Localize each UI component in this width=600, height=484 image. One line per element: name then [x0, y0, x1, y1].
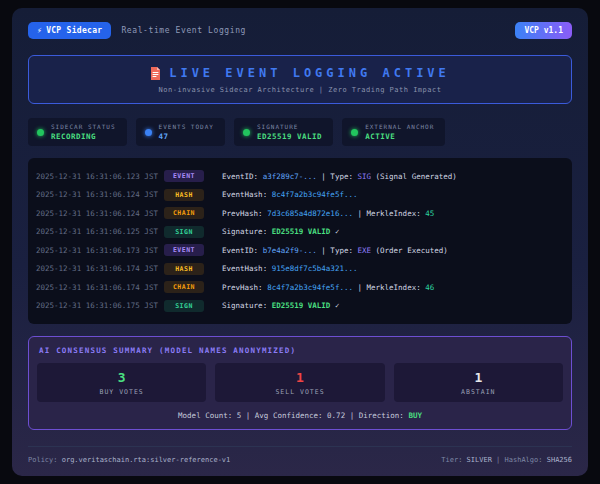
log-timestamp: 2025-12-31 16:31:06.175 JST	[36, 301, 164, 310]
log-row: 2025-12-31 16:31:06.174 JST HASH EventHa…	[36, 260, 564, 279]
log-label: EventID:	[222, 246, 263, 255]
version-badge: VCP v1.1	[515, 22, 572, 39]
merkle-index: 46	[425, 283, 434, 292]
log-label: EventHash:	[222, 190, 272, 199]
log-badge-sign: SIGN	[164, 226, 204, 238]
buy-votes-value: 3	[37, 370, 206, 385]
event-id: b7e4a2f9-...	[263, 246, 317, 255]
chip-label: EXTERNAL ANCHOR	[365, 123, 434, 130]
check-icon: ✓	[330, 227, 339, 236]
log-message: PrevHash: 7d3c685a4d872e16... | MerkleIn…	[222, 209, 434, 218]
log-timestamp: 2025-12-31 16:31:06.124 JST	[36, 209, 164, 218]
main-panel: ⚡ VCP Sidecar Real-time Event Logging VC…	[12, 8, 588, 476]
sell-votes-card: 1 SELL VOTES	[215, 363, 384, 402]
buy-votes-card: 3 BUY VOTES	[37, 363, 206, 402]
log-timestamp: 2025-12-31 16:31:06.174 JST	[36, 264, 164, 273]
log-timestamp: 2025-12-31 16:31:06.123 JST	[36, 172, 164, 181]
log-label: PrevHash:	[222, 209, 267, 218]
log-row: 2025-12-31 16:31:06.124 JST CHAIN PrevHa…	[36, 204, 564, 223]
log-row: 2025-12-31 16:31:06.173 JST EVENT EventI…	[36, 241, 564, 260]
log-row: 2025-12-31 16:31:06.175 JST SIGN Signatu…	[36, 297, 564, 316]
log-badge-chain: CHAIN	[164, 281, 204, 293]
log-message: Signature: ED25519 VALID ✓	[222, 301, 339, 310]
log-timestamp: 2025-12-31 16:31:06.173 JST	[36, 246, 164, 255]
hashalgo-label: | HashAlgo:	[492, 456, 547, 464]
log-label: EventHash:	[222, 264, 272, 273]
log-message: EventID: a3f289c7-... | Type: SIG (Signa…	[222, 172, 457, 181]
event-type: SIG	[357, 172, 371, 181]
log-timestamp: 2025-12-31 16:31:06.174 JST	[36, 283, 164, 292]
tier-label: Tier:	[441, 456, 466, 464]
prev-hash: 8c4f7a2b3c94fe5f...	[267, 283, 353, 292]
log-row: 2025-12-31 16:31:06.174 JST CHAIN PrevHa…	[36, 278, 564, 297]
page-title: Real-time Event Logging	[121, 26, 246, 35]
abstain-label: ABSTAIN	[394, 388, 563, 396]
abstain-value: 1	[394, 370, 563, 385]
status-dot-icon	[37, 129, 44, 136]
policy-label: Policy:	[28, 456, 62, 464]
chip-value: ED25519 VALID	[257, 132, 322, 141]
chip-value: ACTIVE	[365, 132, 434, 141]
consensus-cards: 3 BUY VOTES 1 SELL VOTES 1 ABSTAIN	[37, 363, 563, 402]
log-message: EventHash: 915e8df7c5b4a321...	[222, 264, 357, 273]
event-type-desc: (Order Executed)	[371, 246, 448, 255]
log-message: EventID: b7e4a2f9-... | Type: EXE (Order…	[222, 246, 448, 255]
banner-title: LIVE EVENT LOGGING ACTIVE	[169, 66, 450, 80]
log-message: PrevHash: 8c4f7a2b3c94fe5f... | MerkleIn…	[222, 283, 434, 292]
status-chip-signature: SIGNATURE ED25519 VALID	[234, 118, 333, 146]
log-separator: | Type:	[317, 246, 358, 255]
consensus-title: AI CONSENSUS SUMMARY (MODEL NAMES ANONYM…	[39, 346, 563, 355]
live-banner: LIVE EVENT LOGGING ACTIVE Non-invasive S…	[28, 55, 572, 104]
status-dot-icon	[351, 129, 358, 136]
status-chip-sidecar-status: SIDECAR STATUS RECORDING	[28, 118, 127, 146]
log-separator: | Type:	[317, 172, 358, 181]
log-timestamp: 2025-12-31 16:31:06.125 JST	[36, 227, 164, 236]
log-label: Signature:	[222, 301, 272, 310]
consensus-panel: AI CONSENSUS SUMMARY (MODEL NAMES ANONYM…	[28, 336, 572, 430]
log-separator: | MerkleIndex:	[353, 209, 425, 218]
event-type-desc: (Signal Generated)	[371, 172, 457, 181]
log-row: 2025-12-31 16:31:06.125 JST SIGN Signatu…	[36, 223, 564, 242]
footer-tier-hash: Tier: SILVER | HashAlgo: SHA256	[441, 456, 572, 464]
log-label: PrevHash:	[222, 283, 267, 292]
footer-policy: Policy: org.veritaschain.rta:silver-refe…	[28, 456, 230, 464]
event-hash: 8c4f7a2b3c94fe5f...	[272, 190, 358, 199]
event-hash: 915e8df7c5b4a321...	[272, 264, 358, 273]
log-label: Signature:	[222, 227, 272, 236]
consensus-direction: BUY	[408, 411, 422, 420]
status-chip-row: SIDECAR STATUS RECORDING EVENTS TODAY 47…	[28, 118, 572, 146]
log-timestamp: 2025-12-31 16:31:06.124 JST	[36, 190, 164, 199]
consensus-summary: Model Count: 5 | Avg Confidence: 0.72 | …	[37, 411, 563, 420]
abstain-card: 1 ABSTAIN	[394, 363, 563, 402]
event-id: a3f289c7-...	[263, 172, 317, 181]
chip-label: SIGNATURE	[257, 123, 322, 130]
header: ⚡ VCP Sidecar Real-time Event Logging VC…	[28, 22, 572, 39]
status-dot-icon	[243, 129, 250, 136]
log-badge-event: EVENT	[164, 170, 204, 182]
log-badge-hash: HASH	[164, 263, 204, 275]
buy-votes-label: BUY VOTES	[37, 388, 206, 396]
sell-votes-value: 1	[215, 370, 384, 385]
log-row: 2025-12-31 16:31:06.124 JST HASH EventHa…	[36, 186, 564, 205]
status-dot-icon	[145, 129, 152, 136]
screen: ⚡ VCP Sidecar Real-time Event Logging VC…	[0, 0, 600, 484]
sell-votes-label: SELL VOTES	[215, 388, 384, 396]
status-chip-events-today: EVENTS TODAY 47	[136, 118, 225, 146]
log-badge-event: EVENT	[164, 244, 204, 256]
log-badge-chain: CHAIN	[164, 207, 204, 219]
chip-label: SIDECAR STATUS	[51, 123, 116, 130]
hashalgo-value: SHA256	[547, 456, 572, 464]
log-message: EventHash: 8c4f7a2b3c94fe5f...	[222, 190, 357, 199]
log-row: 2025-12-31 16:31:06.123 JST EVENT EventI…	[36, 167, 564, 186]
lightning-icon: ⚡	[37, 26, 42, 35]
chip-value: 47	[159, 132, 214, 141]
status-chip-external-anchor: EXTERNAL ANCHOR ACTIVE	[342, 118, 445, 146]
signature-status: ED25519 VALID	[272, 227, 331, 236]
chip-label: EVENTS TODAY	[159, 123, 214, 130]
tier-value: SILVER	[467, 456, 492, 464]
event-type: EXE	[357, 246, 371, 255]
log-badge-sign: SIGN	[164, 300, 204, 312]
merkle-index: 45	[425, 209, 434, 218]
log-label: EventID:	[222, 172, 263, 181]
event-log-console: 2025-12-31 16:31:06.123 JST EVENT EventI…	[28, 158, 572, 324]
